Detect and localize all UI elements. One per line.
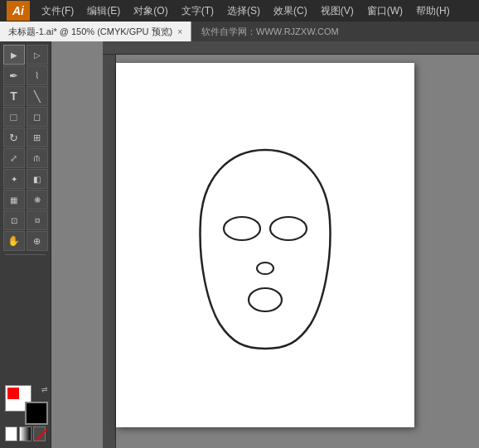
ruler-top xyxy=(103,41,479,55)
menu-window[interactable]: 窗口(W) xyxy=(362,2,408,20)
rotate-tool[interactable]: ↻ xyxy=(3,128,25,147)
fill-stroke-indicator: ⇌ xyxy=(5,385,48,425)
direct-select-tool[interactable]: ▷ xyxy=(27,45,48,65)
menu-edit[interactable]: 编辑(E) xyxy=(82,2,125,20)
menu-file[interactable]: 文件(F) xyxy=(36,2,79,20)
shape-builder-tool[interactable]: ✦ xyxy=(3,169,25,189)
line-tool[interactable]: ╲ xyxy=(27,86,48,106)
warp-tool[interactable]: ⊞ xyxy=(27,128,48,147)
toolbar: ▶ ▷ ✒ ⌇ T ╲ □ ◻ ↻ ⊞ ⤢ ⫙ ✦ ◧ ▦ ❋ xyxy=(0,41,51,448)
color-mode-row xyxy=(5,426,46,441)
swap-fill-stroke-icon[interactable]: ⇌ xyxy=(41,385,48,393)
menu-object[interactable]: 对象(O) xyxy=(128,2,172,20)
slice-tool[interactable]: ⧈ xyxy=(27,210,48,230)
color-mode-button[interactable] xyxy=(5,426,17,441)
none-mode-button[interactable] xyxy=(33,426,46,441)
tab-title: 未标题-1.ai* @ 150% (CMYK/GPU 预览) xyxy=(8,26,172,38)
eraser-tool[interactable]: ◻ xyxy=(27,107,48,127)
fill-indicator xyxy=(7,388,19,399)
menu-help[interactable]: 帮助(H) xyxy=(411,2,455,20)
tool-separator xyxy=(5,254,46,255)
tool-row-shape: □ ◻ xyxy=(2,107,49,127)
tool-row-scale: ⤢ ⫙ xyxy=(2,148,49,168)
menu-bar: 文件(F) 编辑(E) 对象(O) 文字(T) 选择(S) 效果(C) 视图(V… xyxy=(36,2,455,20)
ai-logo-icon: Ai xyxy=(7,1,30,21)
gradient-tool[interactable]: ◧ xyxy=(27,169,48,189)
rect-tool[interactable]: □ xyxy=(3,107,25,127)
menu-view[interactable]: 视图(V) xyxy=(316,2,359,20)
tool-row-select: ▶ ▷ xyxy=(2,45,49,65)
stroke-box[interactable] xyxy=(25,402,48,425)
tab-bar: 未标题-1.ai* @ 150% (CMYK/GPU 预览) × 软件自学网：W… xyxy=(0,22,479,41)
canvas-area xyxy=(51,41,479,448)
artboard-tool[interactable]: ⊡ xyxy=(3,210,25,230)
color-section: ⇌ xyxy=(2,382,49,445)
tool-row-nav: ✋ ⊕ xyxy=(2,231,49,251)
tool-row-build: ✦ ◧ xyxy=(2,169,49,189)
hand-tool[interactable]: ✋ xyxy=(3,231,25,251)
face-mask-svg xyxy=(182,137,348,353)
active-tab[interactable]: 未标题-1.ai* @ 150% (CMYK/GPU 预览) × xyxy=(0,22,191,41)
anchor-tool[interactable]: ⌇ xyxy=(27,65,48,85)
tool-row-artboard: ⊡ ⧈ xyxy=(2,210,49,230)
svg-point-3 xyxy=(249,288,282,311)
scale-tool[interactable]: ⤢ xyxy=(3,148,25,168)
title-bar: Ai 文件(F) 编辑(E) 对象(O) 文字(T) 选择(S) 效果(C) 视… xyxy=(0,0,479,22)
tool-row-rotate: ↻ ⊞ xyxy=(2,128,49,147)
zoom-tool[interactable]: ⊕ xyxy=(27,231,48,251)
menu-select[interactable]: 选择(S) xyxy=(222,2,265,20)
select-tool[interactable]: ▶ xyxy=(3,45,25,65)
symbol-tool[interactable]: ❋ xyxy=(27,190,48,210)
menu-text[interactable]: 文字(T) xyxy=(177,2,219,20)
svg-point-0 xyxy=(224,217,260,240)
gradient-mode-button[interactable] xyxy=(19,426,31,441)
tool-row-chart: ▦ ❋ xyxy=(2,190,49,210)
artboard xyxy=(116,63,414,427)
chart-tool[interactable]: ▦ xyxy=(3,190,25,210)
tab-close-button[interactable]: × xyxy=(177,27,182,36)
main-layout: ▶ ▷ ✒ ⌇ T ╲ □ ◻ ↻ ⊞ ⤢ ⫙ ✦ ◧ ▦ ❋ xyxy=(0,41,479,448)
type-tool[interactable]: T xyxy=(3,86,25,106)
ruler-left xyxy=(103,55,116,448)
menu-effect[interactable]: 效果(C) xyxy=(269,2,312,20)
tool-row-type: T ╲ xyxy=(2,86,49,106)
website-label: 软件自学网：WWW.RJZXW.COM xyxy=(201,26,339,38)
tool-row-pen: ✒ ⌇ xyxy=(2,65,49,85)
svg-point-2 xyxy=(257,263,273,274)
pen-tool[interactable]: ✒ xyxy=(3,65,25,85)
mirror-tool[interactable]: ⫙ xyxy=(27,148,48,168)
svg-point-1 xyxy=(270,217,307,240)
